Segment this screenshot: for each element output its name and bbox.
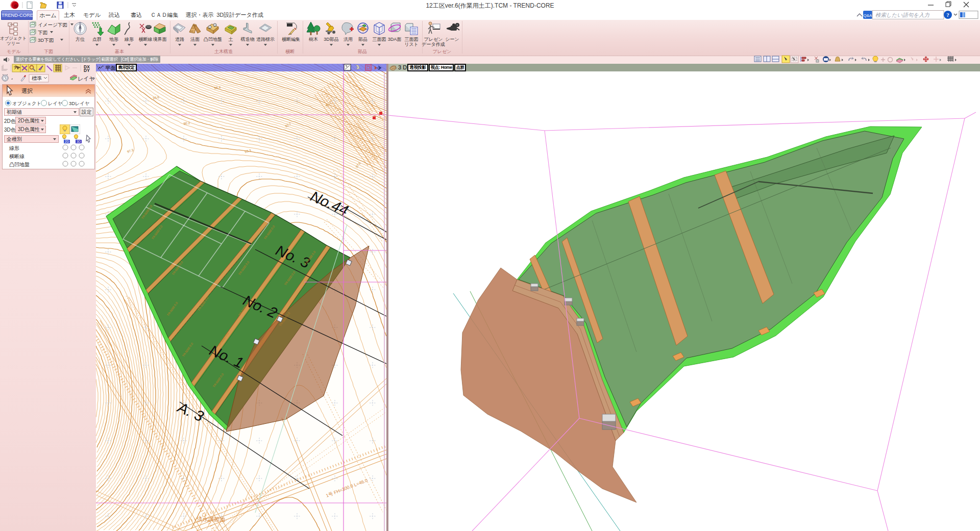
- svg-text:DY: DY: [84, 68, 90, 73]
- svg-text:2D: 2D: [65, 140, 69, 143]
- svg-text:オブジェクト: オブジェクト: [12, 101, 41, 106]
- svg-text:標準: 標準: [32, 75, 42, 81]
- svg-text:3Dレイヤ: 3Dレイヤ: [69, 101, 89, 106]
- svg-text:?: ?: [946, 12, 949, 18]
- svg-text:レイヤ: レイヤ: [48, 101, 63, 106]
- svg-text:検索したい語句を入力: 検索したい語句を入力: [875, 12, 929, 18]
- svg-text:洪水調節池: 洪水調節池: [197, 516, 225, 522]
- svg-text:Q&A: Q&A: [864, 13, 873, 18]
- svg-text:3D: 3D: [77, 140, 81, 143]
